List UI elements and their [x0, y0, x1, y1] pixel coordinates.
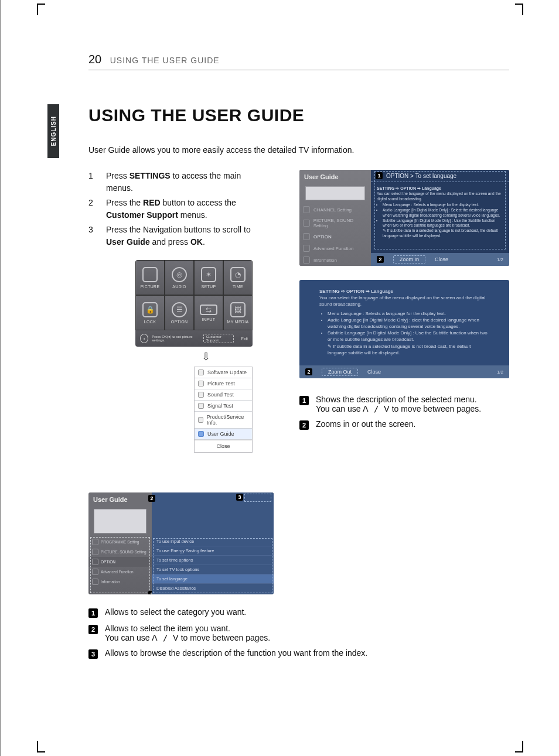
intro-text: User Guide allows you to more easily acc…: [88, 145, 509, 155]
ug-sidebar-header: User Guide: [299, 170, 371, 184]
ug2-header-area: User Guide: [88, 492, 152, 537]
ug2-opt-energy-saving[interactable]: To use Energy Saving feature: [152, 546, 274, 556]
ug2-cat-picture-sound[interactable]: PICTURE, SOUND Setting: [88, 547, 152, 557]
osd-exit: Exit: [241, 337, 248, 341]
ug-detail-panel: 1 OPTION > To set language SETTING ⇨ OPT…: [371, 170, 509, 266]
ug-cat-channel[interactable]: CHANNEL Setting: [299, 204, 371, 215]
ug2-opt-tvlock[interactable]: To set TV lock options: [152, 565, 274, 574]
popup-item-picture-test[interactable]: Picture Test: [195, 378, 252, 389]
osd-footer: Press OK(●) to set picture settings. Cus…: [135, 330, 253, 347]
callout-row: 2 Allows to select the item you want. Yo…: [88, 624, 509, 642]
ok-icon: [140, 334, 148, 343]
ug2-cat-option[interactable]: OPTION: [88, 557, 152, 567]
ug2-topbar: 2 3: [152, 492, 274, 537]
ug2-category-list: PROGRAMME Setting PICTURE, SOUND Setting…: [88, 537, 152, 594]
zoomed-controls: 2 Zoom Out Close 1/2: [299, 365, 509, 378]
zoom-out-button[interactable]: Zoom Out: [322, 368, 358, 376]
detail-titlebar: 1 OPTION > To set language: [371, 170, 509, 182]
step-item: 1 Press SETTINGS to access the main menu…: [88, 170, 264, 194]
nav-arrows-icon: ꓥ / ꓦ: [363, 404, 389, 413]
ug-cat-advanced[interactable]: Advanced Function: [299, 242, 371, 254]
customer-support-hint: Customer Support: [203, 334, 234, 343]
popup-item-signal-test[interactable]: Signal Test: [195, 401, 252, 412]
callout-badge-1: 1: [299, 396, 309, 405]
ug2-option-list: To use input device To use Energy Saving…: [152, 537, 274, 594]
section-label: USING THE USER GUIDE: [110, 56, 220, 65]
zoomed-body: SETTING ⇨ OPTION ➡ Language You can sele…: [299, 280, 509, 374]
osd-setup[interactable]: ✶SETUP: [194, 260, 223, 295]
ug2-opt-other[interactable]: To set other options: [152, 593, 274, 594]
osd-lock[interactable]: 🔒LOCK: [135, 295, 165, 330]
crop-mark: [37, 4, 45, 15]
callout-badge-2: 2: [305, 368, 312, 375]
page-title: USING THE USER GUIDE: [88, 105, 509, 125]
user-guide-screen-zoomed: SETTING ⇨ OPTION ➡ Language You can sele…: [299, 280, 509, 378]
right-callouts: 1 Shows the description of the selected …: [299, 395, 509, 430]
language-side-tab: ENGLISH: [47, 104, 59, 158]
osd-option[interactable]: ☰OPTION: [165, 295, 194, 330]
osd-audio[interactable]: ◎AUDIO: [165, 260, 194, 295]
content-area: 20 USING THE USER GUIDE USING THE USER G…: [88, 53, 509, 665]
detail-body: SETTING ⇨ OPTION ➡ Language You can sele…: [371, 182, 509, 242]
popup-item-product-service-info[interactable]: Product/Service Info.: [195, 412, 252, 429]
down-arrow-icon: ⇩: [147, 350, 264, 363]
manual-page: ENGLISH 20 USING THE USER GUIDE USING TH…: [0, 0, 559, 756]
detail-controls: 2 Zoom In Close 1/2: [371, 253, 509, 266]
osd-footer-text: Press OK(●) to set picture settings.: [152, 335, 200, 342]
osd-input[interactable]: ⇆INPUT: [194, 295, 223, 330]
running-head: 20 USING THE USER GUIDE: [88, 53, 509, 70]
popup-item-user-guide[interactable]: User Guide: [195, 429, 252, 440]
ug2-opt-time[interactable]: To set time options: [152, 556, 274, 565]
nav-arrows-icon: ꓥ / ꓦ: [152, 633, 178, 642]
bottom-callouts: 1 Allows to select the category you want…: [88, 607, 509, 659]
user-guide-navigator: User Guide 2 3 PROGRAMME Setting PICTURE…: [88, 492, 274, 594]
callout-row: 3 Allows to browse the description of th…: [88, 648, 509, 659]
ug-sidebar-thumbnail: [305, 186, 365, 200]
callout-badge-1: 1: [376, 172, 383, 179]
ug2-opt-disabled-assist[interactable]: Disabled Assistance: [152, 584, 274, 593]
callout-row: 2 Zooms in or out the screen.: [299, 419, 509, 430]
callout-badge-2: 2: [148, 495, 155, 502]
popup-item-sound-test[interactable]: Sound Test: [195, 389, 252, 401]
callout-badge-3: 3: [236, 494, 243, 501]
osd-mymedia[interactable]: 🖼MY MEDIA: [223, 295, 253, 330]
right-column: User Guide CHANNEL Setting PICTURE, SOUN…: [299, 170, 509, 436]
user-guide-screen-topic: User Guide CHANNEL Setting PICTURE, SOUN…: [299, 170, 509, 266]
callout-row: 1 Allows to select the category you want…: [88, 607, 509, 618]
ug2-cat-programme[interactable]: PROGRAMME Setting: [88, 537, 152, 547]
step-list: 1 Press SETTINGS to access the main menu…: [88, 170, 264, 248]
callout-badge-3: 3: [88, 649, 98, 659]
popup-item-software-update[interactable]: Software Update: [195, 367, 252, 378]
callout-badge-2: 2: [299, 420, 309, 430]
ug-sidebar: User Guide CHANNEL Setting PICTURE, SOUN…: [299, 170, 371, 266]
step-item: 2 Press the RED button to access the Cus…: [88, 197, 264, 221]
zoom-in-button[interactable]: Zoom In: [393, 255, 425, 264]
ug-cat-information[interactable]: Information: [299, 254, 371, 266]
crop-mark: [37, 741, 45, 752]
ug2-opt-language[interactable]: To set language: [152, 574, 274, 584]
popup-close-button[interactable]: Close: [195, 440, 252, 452]
step-item: 3 Press the Navigation buttons to scroll…: [88, 224, 264, 248]
ug2-cat-advanced[interactable]: Advanced Function: [88, 567, 152, 577]
page-indicator: 1/2: [497, 370, 503, 375]
osd-picture[interactable]: PICTURE: [135, 260, 165, 295]
osd-time[interactable]: ◔TIME: [223, 260, 253, 295]
ug2-cat-information[interactable]: Information: [88, 577, 152, 587]
callout-row: 1 Shows the description of the selected …: [299, 395, 509, 413]
ug2-thumbnail: [94, 509, 146, 533]
ug-cat-picture-sound[interactable]: PICTURE, SOUND Setting: [299, 215, 371, 231]
callout-3-region: [244, 494, 271, 502]
callout-badge-1: 1: [88, 608, 98, 618]
ug-cat-option[interactable]: OPTION: [299, 231, 371, 242]
page-indicator: 1/2: [497, 257, 503, 262]
callout-badge-2: 2: [88, 625, 98, 634]
close-button[interactable]: Close: [367, 369, 381, 375]
ug2-opt-input-device[interactable]: To use input device: [152, 537, 274, 546]
crop-mark: [515, 4, 523, 15]
callout-badge-2: 2: [377, 256, 384, 263]
settings-osd-grid: PICTURE ◎AUDIO ✶SETUP ◔TIME 🔒LOCK ☰OPTIO…: [135, 260, 253, 347]
close-button[interactable]: Close: [435, 256, 448, 262]
customer-support-popup: Software Update Picture Test Sound Test …: [194, 367, 253, 453]
left-column: 1 Press SETTINGS to access the main menu…: [88, 170, 264, 453]
crop-mark: [515, 741, 523, 752]
